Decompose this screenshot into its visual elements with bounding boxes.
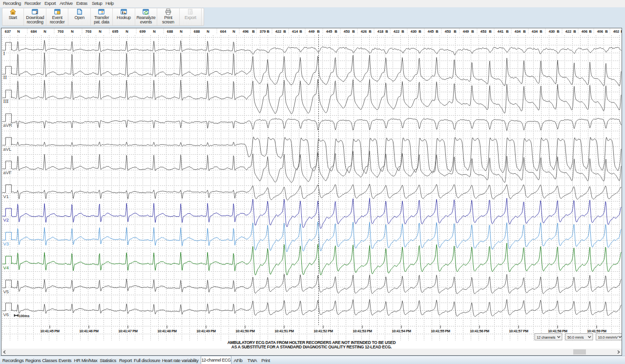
svg-text:10:41:48 PM: 10:41:48 PM xyxy=(157,329,177,333)
svg-text:699: 699 xyxy=(140,29,146,34)
svg-text:V1: V1 xyxy=(3,194,9,199)
svg-text:434: 434 xyxy=(532,29,538,34)
svg-text:445: 445 xyxy=(428,29,434,34)
svg-text:10:41:55 PM: 10:41:55 PM xyxy=(431,329,450,333)
svg-text:406: 406 xyxy=(597,29,604,34)
svg-text:418: 418 xyxy=(377,29,384,34)
svg-text:N: N xyxy=(125,29,128,34)
svg-text:B: B xyxy=(352,29,355,34)
svg-text:aVR: aVR xyxy=(3,122,13,128)
svg-text:414: 414 xyxy=(292,29,298,34)
svg-text:445: 445 xyxy=(326,29,333,34)
svg-text:426: 426 xyxy=(361,29,367,34)
svg-text:430: 430 xyxy=(549,29,555,34)
svg-text:N: N xyxy=(99,29,101,34)
svg-text:449: 449 xyxy=(309,29,315,34)
svg-text:10:41:58 PM: 10:41:58 PM xyxy=(548,329,567,333)
svg-text:B: B xyxy=(401,29,404,34)
svg-text:B: B xyxy=(489,29,492,34)
svg-text:453: 453 xyxy=(480,29,487,34)
svg-text:10.0 mm/mV: 10.0 mm/mV xyxy=(598,335,619,340)
svg-text:10:41:51 PM: 10:41:51 PM xyxy=(274,329,294,333)
svg-text:aVF: aVF xyxy=(3,170,12,175)
svg-text:10:41:49 PM: 10:41:49 PM xyxy=(196,329,216,333)
svg-text:N: N xyxy=(207,29,209,34)
svg-text:N: N xyxy=(232,29,235,34)
svg-text:10:41:57 PM: 10:41:57 PM xyxy=(509,329,528,333)
svg-text:695: 695 xyxy=(112,29,119,34)
svg-text:10:41:54 PM: 10:41:54 PM xyxy=(392,329,411,333)
svg-text:688: 688 xyxy=(194,29,200,34)
svg-text:V5: V5 xyxy=(3,289,9,294)
svg-text:N: N xyxy=(43,29,46,34)
svg-text:449: 449 xyxy=(463,29,469,34)
svg-text:406: 406 xyxy=(582,29,588,34)
svg-text:N: N xyxy=(71,29,73,34)
svg-text:10:41:56 PM: 10:41:56 PM xyxy=(470,329,489,333)
svg-text:684: 684 xyxy=(31,29,37,34)
svg-text:B: B xyxy=(621,29,622,34)
svg-text:I: I xyxy=(3,50,5,56)
svg-text:10:41:53 PM: 10:41:53 PM xyxy=(353,329,372,333)
svg-text:V4: V4 xyxy=(3,265,9,270)
svg-text:422: 422 xyxy=(394,29,400,34)
svg-text:B: B xyxy=(605,29,608,34)
svg-text:10:41:45 PM: 10:41:45 PM xyxy=(40,329,60,333)
svg-text:434: 434 xyxy=(515,29,521,34)
svg-text:453: 453 xyxy=(445,29,451,34)
svg-text:B: B xyxy=(418,29,421,34)
svg-text:B: B xyxy=(317,29,320,34)
svg-text:10:41:46 PM: 10:41:46 PM xyxy=(79,329,99,333)
svg-text:10:41:50 PM: 10:41:50 PM xyxy=(235,329,255,333)
svg-text:422: 422 xyxy=(275,29,282,34)
svg-text:AS A SUBSTITUTE FOR A STANDARD: AS A SUBSTITUTE FOR A STANDARD DIAGNOSTI… xyxy=(231,344,392,349)
svg-text:422: 422 xyxy=(565,29,572,34)
svg-text:B: B xyxy=(252,29,255,34)
svg-text:453: 453 xyxy=(344,29,350,34)
svg-text:664: 664 xyxy=(220,29,227,34)
svg-text:B: B xyxy=(369,29,372,34)
svg-text:10:41:47 PM: 10:41:47 PM xyxy=(118,329,138,333)
svg-text:B: B xyxy=(299,29,302,34)
svg-text:379: 379 xyxy=(260,29,266,34)
svg-text:III: III xyxy=(3,98,9,104)
svg-text:496: 496 xyxy=(243,29,249,34)
svg-text:B: B xyxy=(506,29,509,34)
svg-text:N: N xyxy=(180,29,182,34)
svg-text:N: N xyxy=(153,29,155,34)
svg-text:V6: V6 xyxy=(3,312,9,317)
svg-text:637: 637 xyxy=(5,29,11,34)
svg-text:703: 703 xyxy=(58,29,64,34)
svg-text:B: B xyxy=(385,29,388,34)
svg-text:V3: V3 xyxy=(3,241,9,246)
svg-text:10:41:52 PM: 10:41:52 PM xyxy=(313,329,333,333)
svg-text:50.0 mm/s: 50.0 mm/s xyxy=(567,335,584,340)
svg-text:402: 402 xyxy=(613,29,620,34)
svg-text:V2: V2 xyxy=(3,217,9,222)
svg-text:B: B xyxy=(573,29,576,34)
svg-text:B: B xyxy=(471,29,474,34)
svg-text:B: B xyxy=(267,29,270,34)
svg-text:430: 430 xyxy=(411,29,417,34)
svg-text:B: B xyxy=(540,29,542,34)
svg-text:II: II xyxy=(3,74,7,80)
svg-text:B: B xyxy=(589,29,592,34)
svg-text:703: 703 xyxy=(85,29,92,34)
svg-text:B: B xyxy=(283,29,286,34)
svg-text:688: 688 xyxy=(167,29,173,34)
svg-text:aVL: aVL xyxy=(3,146,12,152)
svg-text:441: 441 xyxy=(498,29,504,34)
svg-text:100ms: 100ms xyxy=(19,314,30,318)
svg-text:B: B xyxy=(334,29,337,34)
svg-text:10:41:59 PM: 10:41:59 PM xyxy=(587,329,606,333)
svg-text:B: B xyxy=(557,29,560,34)
svg-text:12 channels: 12 channels xyxy=(537,335,556,340)
svg-text:B: B xyxy=(523,29,526,34)
svg-text:2: 2 xyxy=(36,10,38,15)
svg-text:N: N xyxy=(17,29,20,34)
svg-text:B: B xyxy=(454,29,457,34)
svg-text:B: B xyxy=(436,29,438,34)
